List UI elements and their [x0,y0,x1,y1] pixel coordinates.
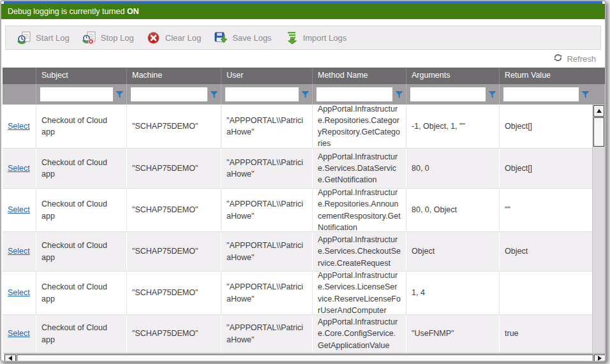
vertical-scrollbar[interactable] [592,105,605,353]
cell-method-name: AppPortal.Infrastructure.Repositories.Ca… [313,105,406,148]
clear-log-button[interactable]: Clear Log [140,28,207,47]
select-link[interactable]: Select [8,287,30,298]
select-link[interactable]: Select [8,204,30,215]
filter-input-return-value[interactable] [503,87,579,101]
cell-arguments: -1, Object, 1, "" [406,105,500,148]
cell-user: "APPPORTAL\\PatriciaHowe" [221,232,313,271]
cell-subject: Checkout of Cloud app [36,232,127,271]
button-label: Clear Log [165,33,201,43]
cell-arguments: 1, 4 [406,272,500,314]
cell-arguments: 80, 0, Object [406,189,500,231]
filter-funnel-icon[interactable] [210,91,218,99]
header-filler [592,68,605,84]
header-method-name: Method Name [313,68,406,84]
filter-row [3,84,605,105]
cell-subject: Checkout of Cloud app [36,105,127,148]
cell-return-value: Object [500,232,592,271]
up-arrow-icon [597,109,602,113]
select-link[interactable]: Select [8,245,30,257]
cell-select: Select [3,105,36,148]
cell-return-value: Object[] [500,105,592,148]
table-row: Select Checkout of Cloud app "SCHAP75DEM… [3,105,592,149]
cell-subject: Checkout of Cloud app [36,272,127,314]
import-logs-button[interactable]: Import Logs [278,28,353,47]
vertical-scrollbar-thumb[interactable] [593,117,604,147]
button-label: Start Log [36,33,70,43]
filter-funnel-icon[interactable] [301,91,309,99]
cell-subject: Checkout of Cloud app [36,315,127,353]
scroll-right-button[interactable] [594,354,606,361]
cell-method-name: AppPortal.Infrastructure.Services.Licens… [313,272,406,314]
filter-input-method-name[interactable] [316,87,392,101]
cell-machine: "SCHAP75DEMO" [127,232,221,271]
debug-status-banner: Debug logging is currently turned ON [1,4,605,19]
refresh-row: Refresh [1,50,605,68]
filter-input-arguments[interactable] [410,87,486,101]
import-logs-icon [285,31,299,45]
cell-method-name: AppPortal.Infrastructure.Repositories.An… [313,189,406,231]
stop-log-button[interactable]: Stop Log [76,28,140,47]
select-link[interactable]: Select [8,163,30,174]
filter-funnel-icon[interactable] [115,91,124,99]
cell-select: Select [3,149,36,188]
cell-return-value: "" [500,189,592,231]
cell-machine: "SCHAP75DEMO" [127,315,221,353]
button-label: Import Logs [303,33,347,43]
header-machine: Machine [127,68,221,84]
table-body-area: Select Checkout of Cloud app "SCHAP75DEM… [3,105,605,353]
filter-input-subject[interactable] [40,87,113,101]
filter-cell-machine [127,84,221,105]
cell-method-name: AppPortal.Infrastructure.Core.ConfigServ… [313,315,406,353]
filter-input-machine[interactable] [131,87,207,101]
scroll-up-button[interactable] [593,105,604,117]
cell-arguments: 80, 0 [406,149,500,188]
horizontal-scrollbar[interactable] [4,353,606,362]
cell-machine: "SCHAP75DEMO" [127,189,221,231]
filter-input-user[interactable] [225,87,299,101]
cell-subject: Checkout of Cloud app [36,149,127,188]
cell-user: "APPPORTAL\\PatriciaHowe" [221,149,313,188]
filter-cell-subject [36,84,127,105]
table-row: Select Checkout of Cloud app "SCHAP75DEM… [3,315,592,353]
start-log-button[interactable]: Start Log [11,28,76,47]
cell-return-value [500,272,592,314]
filter-cell-user [221,84,313,105]
filter-funnel-icon[interactable] [395,91,403,99]
table-header: Subject Machine User Method Name Argumen… [3,68,605,84]
cell-machine: "SCHAP75DEMO" [127,105,221,148]
table-row: Select Checkout of Cloud app "SCHAP75DEM… [3,189,592,232]
table-row: Select Checkout of Cloud app "SCHAP75DEM… [3,272,592,315]
save-logs-button[interactable]: Save Logs [207,28,278,47]
cell-return-value: true [500,315,592,353]
button-label: Save Logs [232,33,271,43]
refresh-button[interactable]: Refresh [553,53,596,64]
filter-funnel-icon[interactable] [488,91,496,99]
left-arrow-icon [8,356,12,361]
filter-funnel-icon[interactable] [581,91,590,99]
save-logs-icon [214,31,228,45]
filter-cell-return-value [500,84,592,105]
cell-machine: "SCHAP75DEMO" [127,149,221,188]
button-label: Stop Log [101,33,134,43]
refresh-label: Refresh [567,54,596,64]
filter-cell-arguments [406,84,500,105]
horizontal-scrollbar-thumb[interactable] [17,354,593,361]
clear-log-icon [147,31,161,45]
cell-user: "APPPORTAL\\PatriciaHowe" [221,105,313,148]
header-return-value: Return Value [500,68,592,84]
cell-user: "APPPORTAL\\PatriciaHowe" [221,315,313,353]
scroll-left-button[interactable] [4,354,16,361]
cell-user: "APPPORTAL\\PatriciaHowe" [221,272,313,314]
cell-select: Select [3,272,36,314]
toolbar: Start Log Stop Log [5,25,601,50]
cell-select: Select [3,189,36,231]
select-link[interactable]: Select [8,120,30,132]
select-link[interactable]: Select [8,328,30,339]
start-log-icon [17,31,31,45]
cell-user: "APPPORTAL\\PatriciaHowe" [221,189,313,231]
cell-method-name: AppPortal.Infrastructure.Services.Checko… [313,232,406,271]
table-row: Select Checkout of Cloud app "SCHAP75DEM… [3,149,592,189]
header-subject: Subject [36,68,127,84]
cell-arguments: "UseFNMP" [406,315,500,353]
cell-arguments: Object [406,232,500,271]
